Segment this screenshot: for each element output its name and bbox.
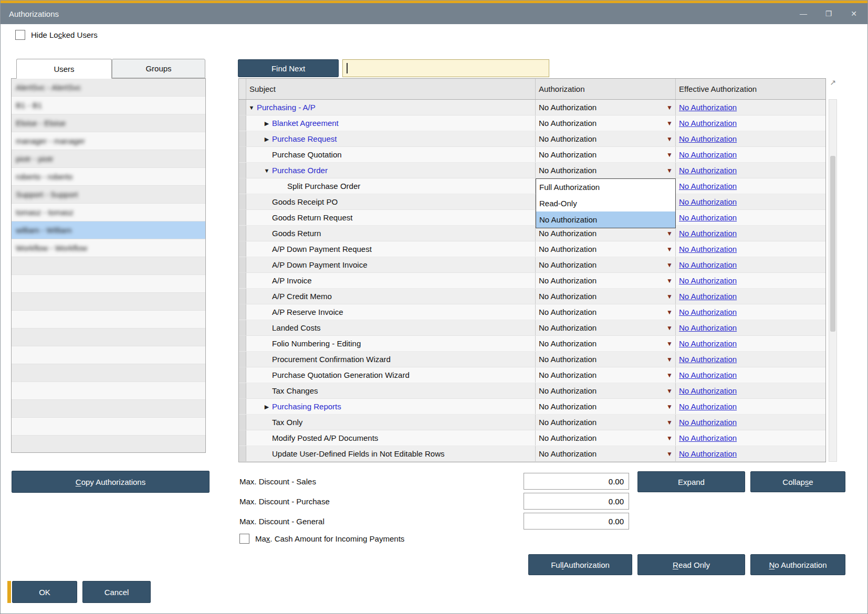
subject-cell[interactable]: Purchase Quotation: [246, 147, 536, 162]
user-row-empty[interactable]: [12, 400, 205, 418]
combo-arrow-icon[interactable]: ▼: [666, 293, 673, 300]
subject-cell[interactable]: ▼Purchasing - A/P: [246, 100, 536, 115]
combo-arrow-icon[interactable]: ▼: [666, 387, 673, 395]
combo-arrow-icon[interactable]: ▼: [666, 356, 673, 363]
tree-collapse-icon[interactable]: ▼: [247, 104, 256, 111]
effective-authorization-link[interactable]: No Authorization: [679, 308, 737, 316]
tab-groups[interactable]: Groups: [112, 59, 205, 78]
subject-cell[interactable]: Purchase Quotation Generation Wizard: [246, 367, 536, 383]
find-input[interactable]: [343, 60, 549, 77]
no-authorization-button[interactable]: No Authorization: [750, 554, 845, 575]
authorization-combo[interactable]: No Authorization▼: [536, 241, 676, 257]
effective-authorization-link[interactable]: No Authorization: [679, 402, 737, 411]
subject-cell[interactable]: ▼Purchase Order: [246, 163, 536, 178]
combo-arrow-icon[interactable]: ▼: [666, 261, 673, 269]
maximize-icon[interactable]: ❐: [823, 10, 834, 17]
combo-arrow-icon[interactable]: ▼: [666, 230, 673, 237]
cancel-button[interactable]: Cancel: [82, 581, 151, 603]
effective-authorization-link[interactable]: No Authorization: [679, 229, 737, 238]
authorization-combo[interactable]: No Authorization▼: [536, 163, 676, 178]
effective-authorization-link[interactable]: No Authorization: [679, 197, 737, 206]
authorization-combo[interactable]: No Authorization▼: [536, 320, 676, 335]
row-selector[interactable]: [239, 210, 246, 225]
effective-authorization-link[interactable]: No Authorization: [679, 119, 737, 128]
authorization-combo[interactable]: No Authorization▼: [536, 415, 676, 430]
row-selector[interactable]: [239, 367, 246, 383]
effective-authorization-link[interactable]: No Authorization: [679, 166, 737, 175]
subject-cell[interactable]: A/P Reserve Invoice: [246, 304, 536, 320]
tree-expand-icon[interactable]: ▶: [263, 120, 271, 126]
user-row[interactable]: william - William: [12, 221, 205, 239]
subject-cell[interactable]: ▶Purchase Request: [246, 131, 536, 146]
row-selector[interactable]: [239, 352, 246, 367]
dropdown-option[interactable]: Read-Only: [536, 195, 675, 211]
row-selector[interactable]: [239, 415, 246, 430]
authorization-combo[interactable]: No Authorization▼: [536, 383, 676, 398]
dropdown-option[interactable]: No Authorization: [536, 211, 675, 228]
discount-input[interactable]: [524, 513, 629, 530]
row-selector[interactable]: [239, 115, 246, 131]
row-selector[interactable]: [239, 163, 246, 178]
combo-arrow-icon[interactable]: ▼: [666, 435, 673, 442]
checkbox-box-icon[interactable]: [239, 534, 249, 544]
subject-cell[interactable]: Folio Numbering - Editing: [246, 336, 536, 351]
expand-form-icon[interactable]: ↗: [829, 78, 837, 87]
dropdown-option[interactable]: Full Authorization: [536, 179, 675, 195]
effective-authorization-link[interactable]: No Authorization: [679, 323, 737, 332]
effective-authorization-link[interactable]: No Authorization: [679, 260, 737, 269]
subject-cell[interactable]: A/P Down Payment Request: [246, 241, 536, 257]
effective-authorization-link[interactable]: No Authorization: [679, 276, 737, 285]
subject-cell[interactable]: Procurement Confirmation Wizard: [246, 352, 536, 367]
authorization-combo[interactable]: No Authorization▼: [536, 446, 676, 461]
user-row-empty[interactable]: [12, 364, 205, 382]
max-cash-checkbox[interactable]: Max. Cash Amount for Incoming Payments: [239, 534, 404, 544]
tree-expand-icon[interactable]: ▶: [263, 403, 271, 410]
combo-arrow-icon[interactable]: ▼: [666, 135, 673, 143]
row-selector[interactable]: [239, 100, 246, 115]
row-selector[interactable]: [239, 446, 246, 461]
row-selector[interactable]: [239, 304, 246, 320]
subject-cell[interactable]: Tax Only: [246, 415, 536, 430]
effective-authorization-link[interactable]: No Authorization: [679, 370, 737, 379]
effective-authorization-link[interactable]: No Authorization: [679, 134, 737, 143]
user-row-empty[interactable]: [12, 382, 205, 400]
authorization-combo[interactable]: No Authorization▼: [536, 430, 676, 446]
authorization-combo[interactable]: No Authorization▼: [536, 131, 676, 146]
user-row-empty[interactable]: [12, 311, 205, 329]
combo-arrow-icon[interactable]: ▼: [666, 372, 673, 379]
combo-arrow-icon[interactable]: ▼: [666, 450, 673, 458]
authorization-combo[interactable]: No Authorization▼: [536, 147, 676, 162]
combo-arrow-icon[interactable]: ▼: [666, 419, 673, 426]
combo-arrow-icon[interactable]: ▼: [666, 309, 673, 316]
user-row[interactable]: piotr - piotr: [12, 150, 205, 168]
collapse-button[interactable]: Collapse: [750, 471, 845, 492]
effective-authorization-link[interactable]: No Authorization: [679, 355, 737, 364]
effective-authorization-link[interactable]: No Authorization: [679, 433, 737, 442]
row-selector[interactable]: [239, 383, 246, 398]
combo-arrow-icon[interactable]: ▼: [666, 151, 673, 158]
effective-authorization-link[interactable]: No Authorization: [679, 182, 737, 190]
subject-cell[interactable]: A/P Credit Memo: [246, 289, 536, 304]
combo-arrow-icon[interactable]: ▼: [666, 277, 673, 284]
header-authorization[interactable]: Authorization: [536, 79, 676, 99]
copy-authorizations-button[interactable]: Copy Authorizations: [12, 471, 210, 493]
authorization-combo[interactable]: No Authorization▼: [536, 367, 676, 383]
authorization-combo[interactable]: No Authorization▼: [536, 399, 676, 414]
user-row-empty[interactable]: [12, 436, 205, 453]
authorization-combo[interactable]: No Authorization▼: [536, 336, 676, 351]
user-row-empty[interactable]: [12, 275, 205, 293]
user-row[interactable]: roberto - roberto: [12, 168, 205, 186]
effective-authorization-link[interactable]: No Authorization: [679, 339, 737, 348]
effective-authorization-link[interactable]: No Authorization: [679, 213, 737, 222]
checkbox-box-icon[interactable]: [15, 30, 25, 40]
effective-authorization-link[interactable]: No Authorization: [679, 103, 737, 112]
authorization-combo[interactable]: No Authorization▼: [536, 289, 676, 304]
effective-authorization-link[interactable]: No Authorization: [679, 245, 737, 253]
row-selector[interactable]: [239, 289, 246, 304]
user-row-empty[interactable]: [12, 329, 205, 346]
user-row[interactable]: Support - Support: [12, 186, 205, 204]
header-subject[interactable]: Subject: [246, 79, 536, 99]
combo-arrow-icon[interactable]: ▼: [666, 120, 673, 127]
row-selector[interactable]: [239, 178, 246, 194]
row-selector[interactable]: [239, 147, 246, 162]
